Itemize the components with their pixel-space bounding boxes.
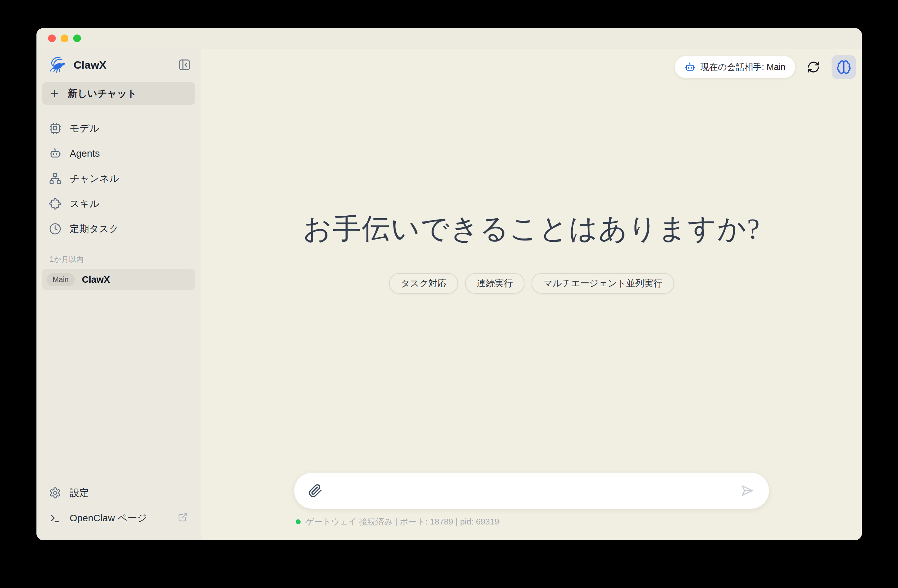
history-item-title: ClawX xyxy=(82,274,110,285)
external-link-icon xyxy=(178,512,188,525)
desktop-background: ClawX 新しいチャット xyxy=(0,0,898,588)
sidebar-item-label: モデル xyxy=(70,122,99,135)
robot-icon xyxy=(49,147,61,160)
current-conversation-badge[interactable]: 現在の会話相手: Main xyxy=(675,56,795,78)
network-icon xyxy=(49,172,61,185)
brain-mode-button[interactable] xyxy=(832,55,856,79)
sidebar-item-label: チャンネル xyxy=(70,172,119,185)
sidebar-item-label: スキル xyxy=(70,197,99,210)
sidebar-item-skills[interactable]: スキル xyxy=(42,191,195,216)
message-composer[interactable] xyxy=(294,472,769,509)
sidebar: ClawX 新しいチャット xyxy=(37,49,201,540)
clock-icon xyxy=(49,223,61,235)
sidebar-item-scheduled-tasks[interactable]: 定期タスク xyxy=(42,216,195,241)
suggestion-continuous-run[interactable]: 連続実行 xyxy=(465,273,524,294)
hero-greeting: お手伝いできることはありますか? xyxy=(303,210,760,248)
sidebar-item-label: Agents xyxy=(70,148,100,159)
sidebar-header: ClawX xyxy=(42,49,195,80)
gear-icon xyxy=(49,487,61,499)
paperclip-icon xyxy=(308,484,323,498)
puzzle-icon xyxy=(49,198,61,210)
suggestion-pills: タスク対応 連続実行 マルチエージェント並列実行 xyxy=(389,273,674,294)
titlebar xyxy=(37,28,862,49)
suggestion-multi-agent-parallel[interactable]: マルチエージェント並列実行 xyxy=(532,273,674,294)
brain-icon xyxy=(836,60,851,74)
panel-collapse-icon[interactable] xyxy=(177,57,192,72)
message-input[interactable] xyxy=(330,473,732,509)
history-item-main-clawx[interactable]: Main ClawX xyxy=(42,269,195,290)
app-window: ClawX 新しいチャット xyxy=(37,28,862,540)
sidebar-item-channels[interactable]: チャンネル xyxy=(42,166,195,191)
sidebar-item-openclaw-page[interactable]: OpenClaw ページ xyxy=(42,505,195,531)
terminal-icon xyxy=(49,512,61,524)
send-icon xyxy=(740,483,755,498)
history-section-label: 1か月以内 xyxy=(50,254,195,264)
attach-file-button[interactable] xyxy=(308,484,323,498)
status-dot-icon xyxy=(296,519,301,524)
zoom-window-button[interactable] xyxy=(73,34,81,42)
sidebar-item-agents[interactable]: Agents xyxy=(42,141,195,166)
agent-badge: Main xyxy=(46,273,75,286)
new-chat-button[interactable]: 新しいチャット xyxy=(42,82,195,105)
conversation-badge-label: 現在の会話相手: Main xyxy=(701,61,786,73)
send-button[interactable] xyxy=(740,483,755,498)
new-chat-label: 新しいチャット xyxy=(68,87,137,100)
settings-label: 設定 xyxy=(70,487,89,500)
close-window-button[interactable] xyxy=(48,34,56,42)
refresh-button[interactable] xyxy=(804,58,823,76)
main-header: 現在の会話相手: Main xyxy=(201,49,862,79)
main-area: 現在の会話相手: Main xyxy=(201,49,862,540)
composer-area: ゲートウェイ 接続済み | ポート: 18789 | pid: 69319 xyxy=(201,472,862,540)
sidebar-item-settings[interactable]: 設定 xyxy=(42,481,195,505)
sidebar-item-label: 定期タスク xyxy=(70,223,119,236)
sidebar-nav: モデル Agents チャンネル xyxy=(42,116,195,241)
cpu-icon xyxy=(49,122,61,134)
minimize-window-button[interactable] xyxy=(61,34,68,42)
plus-icon xyxy=(49,88,60,99)
lobster-logo-icon xyxy=(48,55,67,74)
robot-icon xyxy=(684,61,695,72)
gateway-status: ゲートウェイ 接続済み | ポート: 18789 | pid: 69319 xyxy=(294,516,769,527)
openclaw-page-label: OpenClaw ページ xyxy=(70,511,147,525)
refresh-icon xyxy=(807,61,820,74)
sidebar-item-models[interactable]: モデル xyxy=(42,116,195,141)
suggestion-task-support[interactable]: タスク対応 xyxy=(389,273,458,294)
gateway-status-text: ゲートウェイ 接続済み | ポート: 18789 | pid: 69319 xyxy=(306,516,499,527)
app-title: ClawX xyxy=(74,59,171,71)
